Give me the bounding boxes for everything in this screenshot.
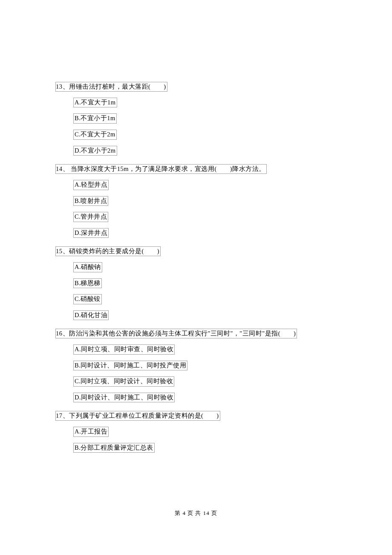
option-c: C.管井井点	[73, 212, 108, 222]
option-b: B.不宜小于1m	[73, 113, 117, 124]
options-list: A.硝酸钠 B.梯恩梯 C.硝酸铵 D.硝化甘油	[55, 262, 337, 326]
option-c: C.同时立项、同时设计、同时验收	[73, 376, 174, 387]
option-d: D.不宜小于2m	[73, 146, 117, 156]
question-stem: 防治污染和其他公害的设施必须与主体工程实行"三同时"，"三同时"是指( )	[69, 330, 296, 337]
option-a: A.同时立项、同时审查、同时验收	[73, 344, 175, 355]
option-c: C.硝酸铵	[73, 294, 102, 304]
option-b: B.同时设计、同时施工、同时投产使用	[73, 361, 187, 371]
question-13: 13、用锤击法打桩时，最大落距( ) A.不宜大于1m B.不宜小于1m C.不…	[55, 82, 337, 162]
question-14: 14、 当降水深度大于15m，为了满足降水要求，宜选用( )降水方法。 A.轻型…	[55, 164, 337, 244]
question-stem: 用锤击法打桩时，最大落距( )	[69, 83, 166, 90]
question-number: 13、	[56, 83, 69, 90]
question-text: 15、硝铵类炸药的主要成分是( )	[55, 246, 161, 256]
page-content: 13、用锤击法打桩时，最大落距( ) A.不宜大于1m B.不宜小于1m C.不…	[0, 0, 392, 459]
option-b: B.梯恩梯	[73, 278, 102, 289]
option-b: B.喷射井点	[73, 196, 108, 206]
page-footer: 第 4 页 共 14 页	[0, 509, 392, 517]
options-list: A.同时立项、同时审查、同时验收 B.同时设计、同时施工、同时投产使用 C.同时…	[55, 344, 337, 408]
options-list: A.轻型井点 B.喷射井点 C.管井井点 D.深井井点	[55, 180, 337, 244]
option-a: A.硝酸钠	[73, 262, 102, 272]
question-text: 13、用锤击法打桩时，最大落距( )	[55, 82, 167, 92]
question-stem: 当降水深度大于15m，为了满足降水要求，宜选用( )降水方法。	[69, 165, 265, 172]
question-number: 17、	[56, 412, 69, 419]
option-b: B.分部工程质量评定汇总表	[73, 443, 155, 453]
question-text: 16、防治污染和其他公害的设施必须与主体工程实行"三同时"，"三同时"是指( )	[55, 329, 297, 338]
option-d: D.同时设计、同时施工、同时验收	[73, 393, 175, 403]
options-list: A.开工报告 B.分部工程质量评定汇总表	[55, 427, 337, 459]
option-a: A.轻型井点	[73, 180, 109, 190]
option-d: D.硝化甘油	[73, 310, 109, 321]
question-15: 15、硝铵类炸药的主要成分是( ) A.硝酸钠 B.梯恩梯 C.硝酸铵 D.硝化…	[55, 246, 337, 326]
option-a: A.不宜大于1m	[73, 98, 117, 108]
options-list: A.不宜大于1m B.不宜小于1m C.不宜大于2m D.不宜小于2m	[55, 98, 337, 162]
question-stem: 下列属于矿业工程单位工程质量评定资料的是( )	[69, 412, 219, 419]
option-c: C.不宜大于2m	[73, 130, 117, 140]
question-text: 14、 当降水深度大于15m，为了满足降水要求，宜选用( )降水方法。	[55, 164, 267, 174]
question-number: 15、	[56, 248, 69, 254]
question-stem: 硝铵类炸药的主要成分是( )	[69, 248, 159, 254]
question-text: 17、下列属于矿业工程单位工程质量评定资料的是( )	[55, 411, 220, 421]
question-16: 16、防治污染和其他公害的设施必须与主体工程实行"三同时"，"三同时"是指( )…	[55, 329, 337, 408]
question-number: 16、	[56, 330, 69, 337]
option-a: A.开工报告	[73, 427, 109, 437]
option-d: D.深井井点	[73, 228, 109, 238]
question-number: 14、	[56, 165, 69, 172]
question-17: 17、下列属于矿业工程单位工程质量评定资料的是( ) A.开工报告 B.分部工程…	[55, 411, 337, 459]
